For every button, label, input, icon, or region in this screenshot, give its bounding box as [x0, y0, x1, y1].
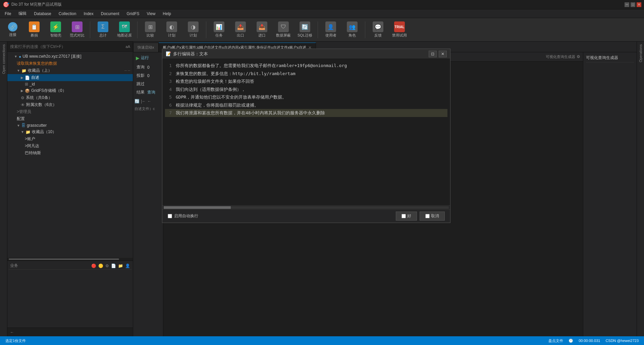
ok-button[interactable]: 好 [396, 212, 417, 221]
cancel-button[interactable]: 取消 [420, 212, 445, 221]
close-button[interactable]: ✕ [637, 2, 641, 7]
maximize-button[interactable]: □ [631, 2, 635, 7]
job-icon-orange[interactable]: 🟡 [98, 264, 103, 268]
jobs-label: 业务 🔴 🟡 ⚙ 📄 📁 👤 [9, 262, 131, 270]
mask-label: 数据屏蔽 [276, 33, 291, 38]
toolbar-aggregate[interactable]: Σ 总计 [93, 20, 113, 40]
toolbar-users[interactable]: 👤 使用者 [321, 20, 341, 40]
menu-item-database[interactable]: Database [31, 10, 54, 17]
tree-system[interactable]: ⚙ 系统（共0条） [7, 94, 133, 101]
line-num-7: 7 [165, 110, 172, 116]
results-query-btn[interactable]: 查询 [147, 90, 155, 95]
ok-label: 好 [407, 213, 411, 219]
menu-item-编辑[interactable]: 编辑 [15, 10, 30, 17]
vqb-settings-icon[interactable]: ⚙ [577, 54, 580, 59]
inventory-button[interactable]: 盘点文件 [548, 338, 563, 343]
tab-quickstart[interactable]: 快速启动x [133, 43, 159, 52]
toolbar-connect[interactable]: 🔗 连接 [3, 20, 23, 40]
db-icon: 🗄 [21, 123, 25, 128]
job-icon-doc[interactable]: 📄 [111, 264, 116, 268]
editor-scrollbar[interactable] [162, 205, 450, 209]
views-icon: 👁 [21, 103, 25, 107]
compare-icon: ⊞ [145, 21, 156, 32]
line-content-7: 我们将泄露和篡改您所有数据，并在48小时内将其从我们的服务器中永久删除 [176, 110, 447, 116]
menu-item-gridfs[interactable]: GridFS [123, 10, 143, 17]
toolbar-plan2[interactable]: ◑ 计划 [183, 20, 203, 40]
menu-item-help[interactable]: Help [159, 10, 174, 17]
nav-back-icon[interactable]: ← [10, 330, 14, 335]
tree-config[interactable]: 配置 [7, 115, 133, 122]
menu-item-document[interactable]: Document [98, 10, 123, 17]
skip-field[interactable]: 跳过 [135, 80, 162, 88]
toolbar-roles[interactable]: 👥 角色 [342, 20, 362, 40]
query-field[interactable]: 查询 0 [135, 63, 162, 71]
toolbar-sql[interactable]: 🔄 SQL迁移 [295, 20, 315, 40]
search-input[interactable] [10, 44, 124, 49]
auto-wrap-checkbox[interactable] [168, 214, 172, 218]
refresh-icon[interactable]: 🔄 [135, 99, 140, 104]
toolbar-tasks[interactable]: 📊 任务 [209, 20, 229, 40]
tree-scrollbar[interactable] [7, 258, 133, 261]
footer-buttons: 好 取消 [396, 212, 445, 221]
toolbar-compare[interactable]: ⊞ 比较 [140, 20, 160, 40]
ok-checkbox[interactable] [401, 214, 406, 218]
tree-collection-item-zishu[interactable]: ▶ 📄 自述 [7, 74, 133, 81]
dialog-title: 📝 多行编辑器：文本 [166, 51, 208, 57]
toolbar-map[interactable]: 🗺 地图还原 [114, 20, 135, 40]
cancel-checkbox[interactable] [425, 214, 430, 218]
toolbar-import[interactable]: 📥 进口 [252, 20, 272, 40]
users-icon: 👤 [325, 21, 336, 32]
tree-accounts[interactable]: >账户 [7, 135, 133, 142]
open-connections-label[interactable]: Open connections [2, 42, 6, 77]
shell-icon: ⚡ [50, 21, 61, 32]
menu-item-view[interactable]: View [144, 10, 159, 17]
dialog-close-button[interactable]: ✕ [439, 51, 447, 57]
tree-connection[interactable]: ▼ ● UB www.cwh2o.xyz:27017 [直接] [7, 53, 133, 60]
toolbar-plan1[interactable]: ◐ 计划 [162, 20, 182, 40]
job-icon-folder[interactable]: 📁 [118, 264, 123, 268]
dialog-restore-button[interactable]: ⊡ [429, 51, 437, 57]
toolbar-donate[interactable]: 📋 募捐 [24, 20, 44, 40]
tree-avatars[interactable]: >阿凡达 [7, 142, 133, 150]
gc-coll-label: 收藏品（10） [32, 129, 56, 135]
scroll-thumb[interactable] [164, 206, 231, 209]
vqb-title: 可视化查询生成器 [586, 55, 634, 62]
toolbar-disable-trial[interactable]: TRIAL 禁用试用 [389, 20, 410, 40]
editor-line-2: 2 来恢复您的数据。更多信息：http://bit.ly/ramblertam [165, 70, 447, 78]
toolbar-schema[interactable]: ⊞ 范式对比 [67, 20, 87, 40]
header-actions: 可视化查询生成器 ⚙ [546, 54, 580, 59]
toolbar-feedback[interactable]: 💬 反馈 [368, 20, 388, 40]
prev-page-icon[interactable]: |← [141, 99, 146, 104]
toolbar-mask[interactable]: 🛡 数据屏蔽 [273, 20, 293, 40]
minimize-button[interactable]: ─ [625, 2, 629, 7]
zishu-label: 自述 [31, 75, 39, 80]
tree-views[interactable]: 👁 附属次数（6次） [7, 101, 133, 108]
mask-icon: 🛡 [278, 21, 289, 32]
tree-db-grasscutter[interactable]: ▼ 🗄 grasscutter [7, 122, 133, 128]
tree-gc-collections[interactable]: ▼ 📁 收藏品（10） [7, 128, 133, 135]
tree-field-id[interactable]: ⊞ _id [7, 81, 133, 87]
file-label: 自述文件）c [133, 105, 163, 113]
projection-field[interactable]: 投影 0 [135, 72, 162, 79]
toolbar: 🔗 连接 📋 募捐 ⚡ 智能壳 ⊞ 范式对比 Σ 总计 🗺 地图还原 ⊞ 比较 … [0, 18, 644, 42]
tree-admin[interactable]: >管理员 [7, 108, 133, 115]
tree-partner[interactable]: 巴特纳斯 [7, 150, 133, 157]
job-icon-red[interactable]: 🔴 [91, 264, 96, 268]
tree-gridfs[interactable]: ▶ 📦 GridFS存储桶（0） [7, 87, 133, 94]
menu-item-index[interactable]: Index [80, 10, 97, 17]
operations-label[interactable]: Operations [639, 42, 643, 65]
run-button[interactable]: ▶ 运行 [133, 54, 163, 62]
next-page-icon[interactable]: ← [147, 99, 151, 104]
expand-arrow: ▼ [14, 55, 17, 58]
tasks-label: 任务 [215, 33, 223, 38]
gc-label: grasscutter [27, 123, 47, 128]
multiline-text-editor[interactable]: 1 你所有的数据都备份了。您需要给我们发电子邮件在rambler+19fp6@o… [162, 59, 450, 205]
job-icon-user[interactable]: 👤 [125, 264, 130, 268]
toolbar-shell[interactable]: ⚡ 智能壳 [46, 20, 66, 40]
menu-item-collection[interactable]: Collection [55, 10, 80, 17]
scroll-track [164, 206, 449, 209]
menu-item-file[interactable]: File [1, 10, 14, 17]
tree-collections-folder[interactable]: ▼ 📁 收藏品（上） ─ ─ [7, 67, 133, 74]
toolbar-export[interactable]: 📤 出口 [230, 20, 251, 40]
job-icon-gear[interactable]: ⚙ [105, 264, 109, 268]
